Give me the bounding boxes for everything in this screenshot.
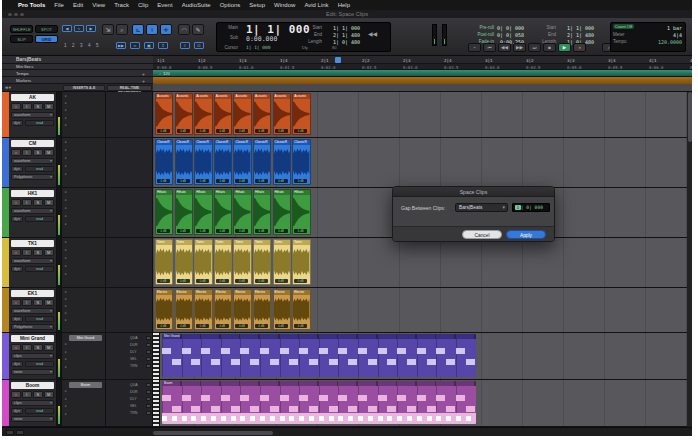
menu-item-file[interactable]: File [54, 2, 64, 8]
dyn-button[interactable]: dyn [11, 166, 23, 172]
track-lane[interactable]: Acoustic0 dBAcoustic0 dBAcoustic0 dBAcou… [153, 92, 692, 137]
zoom-preset-5[interactable]: 5 [96, 43, 99, 48]
fast-forward-button[interactable]: ▶▶ [513, 43, 526, 52]
automation-mode-selector[interactable]: read [25, 216, 54, 222]
zoom-preset-4[interactable]: 4 [88, 43, 91, 48]
track-view-selector[interactable]: waveform▾ [11, 308, 54, 314]
clip-gain-badge[interactable]: 0 dB [177, 129, 190, 133]
rtp-column-header[interactable]: REAL-TIME PROPERTIES [107, 85, 152, 91]
automation-mode-selector[interactable]: read [25, 166, 54, 172]
track-view-selector[interactable]: waveform▾ [11, 208, 54, 214]
automation-mode-selector[interactable]: read [25, 120, 54, 126]
clip-gain-badge[interactable]: 0 dB [216, 129, 229, 133]
gap-value-field[interactable]: 1| 0| 000 [512, 203, 550, 212]
clip-gain-badge[interactable]: 0 dB [157, 279, 170, 283]
clip-gain-badge[interactable]: 0 dB [255, 324, 268, 328]
clip-gain-badge[interactable]: 0 dB [235, 229, 248, 233]
track-view-selector[interactable]: clips▾ [11, 400, 54, 406]
audio-clip[interactable]: Toms0 dB [175, 239, 193, 285]
return-to-zero-button[interactable]: ⏮ [483, 43, 496, 52]
insert-slot-empty[interactable]: ▸ [65, 172, 67, 176]
insert-slot-empty[interactable]: ▸ [65, 365, 67, 369]
audio-clip[interactable]: Electro0 dB [175, 289, 193, 330]
tab-to-transient-button[interactable]: ▶▶ [116, 42, 126, 49]
dyn-button[interactable]: dyn [11, 120, 23, 126]
scroll-left-button[interactable] [6, 430, 14, 435]
link-track-button[interactable]: ▣ [144, 42, 154, 49]
audio-clip[interactable]: Acoustic0 dB [233, 93, 251, 135]
insert-slot-empty[interactable]: ▸ [65, 404, 67, 408]
rtp-toggle-vel[interactable] [146, 404, 151, 408]
scrubber-tool-icon[interactable]: ◠ [178, 24, 190, 35]
clip-gain-badge[interactable]: 0 dB [177, 179, 190, 183]
record-enable-button[interactable]: ● [11, 299, 21, 306]
clip-gain-badge[interactable]: 0 dB [275, 179, 288, 183]
clip-gain-badge[interactable]: 0 dB [216, 179, 229, 183]
clip-gain-badge[interactable]: 0 dB [177, 324, 190, 328]
audio-clip[interactable]: Toms0 dB [292, 239, 310, 285]
count-off-button[interactable]: Count Off [613, 24, 634, 29]
inserts-column-header[interactable]: INSERTS A-E [63, 85, 105, 91]
zoomer-tool-icon[interactable]: ⌕ [116, 24, 128, 35]
mute-button[interactable]: M [44, 344, 54, 351]
insert-slot-empty[interactable]: ▸ [65, 311, 67, 315]
insert-slot-empty[interactable]: ▸ [65, 222, 67, 226]
insert-slot-empty[interactable]: ▸ [65, 389, 67, 393]
mute-button[interactable]: M [44, 249, 54, 256]
clip-gain-badge[interactable]: 0 dB [177, 279, 190, 283]
sel-end-value[interactable]: 2| 1| 480 [326, 32, 360, 38]
clip-gain-badge[interactable]: 0 dB [157, 324, 170, 328]
insert-slot-empty[interactable]: ▸ [65, 397, 67, 401]
solo-button[interactable]: S [33, 299, 43, 306]
rewind-button[interactable]: ◀◀ [498, 43, 511, 52]
insert-slot-empty[interactable]: ▸ [65, 164, 67, 168]
record-enable-button[interactable]: ● [11, 249, 21, 256]
audio-clip[interactable]: Electro0 dB [273, 289, 291, 330]
mute-button[interactable]: M [44, 299, 54, 306]
selection-end-marker[interactable] [335, 57, 341, 63]
sub-counter-value[interactable]: 0:00.000 [246, 35, 277, 43]
count-off-value[interactable]: 1 bar [648, 25, 682, 31]
menu-item-edit[interactable]: Edit [73, 2, 83, 8]
markers-ruler[interactable] [153, 77, 692, 84]
audio-clip[interactable]: Electro0 dB [292, 289, 310, 330]
clip-gain-badge[interactable]: 0 dB [275, 279, 288, 283]
mirror-midi-button[interactable]: ≡ [180, 42, 190, 49]
automation-mode-selector[interactable]: read [25, 266, 54, 272]
tempo-value[interactable]: 120.0000 [648, 39, 682, 45]
vertical-scrollbar[interactable] [687, 92, 692, 427]
insert-slot-empty[interactable]: ▸ [65, 264, 67, 268]
audio-clip[interactable]: ClassicR0 dB [233, 139, 251, 185]
insert-slot-empty[interactable]: ▸ [65, 123, 67, 127]
clip-gain-badge[interactable]: 0 dB [255, 229, 268, 233]
track-list-icon[interactable]: ≣▾ [5, 85, 11, 90]
menu-item-setup[interactable]: Setup [249, 2, 265, 8]
audio-clip[interactable]: Acoustic0 dB [292, 93, 310, 135]
clip-gain-badge[interactable]: 0 dB [235, 179, 248, 183]
track-view-selector[interactable]: waveform▾ [11, 112, 54, 118]
zoom-preset-2[interactable]: 2 [72, 43, 75, 48]
edit-mode-spot[interactable]: SPOT [35, 25, 58, 33]
insert-slot-empty[interactable]: ▸ [65, 198, 67, 202]
apply-button[interactable]: Apply [506, 230, 546, 239]
go-to-end-button[interactable]: ⏭ [528, 43, 541, 52]
insert-slot-empty[interactable]: ▸ [65, 342, 67, 346]
zoom-in-button[interactable]: ▶ [86, 25, 96, 32]
audio-clip[interactable]: Toms0 dB [194, 239, 212, 285]
clip-gain-badge[interactable]: 0 dB [294, 229, 307, 233]
clip-gain-badge[interactable]: 0 dB [275, 129, 288, 133]
mute-button[interactable]: M [44, 199, 54, 206]
audio-clip[interactable]: Toms0 dB [233, 239, 251, 285]
insert-slot-empty[interactable]: ▸ [65, 412, 67, 416]
track-color-strip[interactable] [2, 92, 9, 137]
record-enable-button[interactable]: ● [11, 103, 21, 110]
track-view-selector[interactable]: clips▾ [11, 353, 54, 359]
audio-clip[interactable]: Electro0 dB [214, 289, 232, 330]
track-name[interactable]: CM [11, 140, 54, 147]
insert-slot-empty[interactable]: ▸ [65, 206, 67, 210]
track-view-selector[interactable]: waveform▾ [11, 158, 54, 164]
track-view-selector[interactable]: waveform▾ [11, 258, 54, 264]
audio-clip[interactable]: ClassicR0 dB [273, 139, 291, 185]
clip-gain-badge[interactable]: 0 dB [196, 179, 209, 183]
mute-button[interactable]: M [44, 149, 54, 156]
